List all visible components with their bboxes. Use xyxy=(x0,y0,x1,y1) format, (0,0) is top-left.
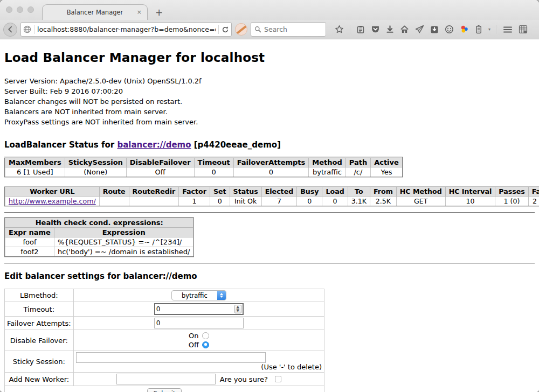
submit-button[interactable]: Submit xyxy=(147,388,182,392)
tab-balancer-manager[interactable]: Balancer Manager × xyxy=(42,4,148,20)
disable-failover-label: Disable Failover: xyxy=(5,330,74,351)
health-row: foof2 hc('body') =~ /domain is establish… xyxy=(5,247,194,257)
col-maxmembers: MaxMembers xyxy=(5,157,65,167)
chevron-down-icon[interactable]: ▾ xyxy=(488,27,490,32)
downloads-icon[interactable] xyxy=(386,25,394,33)
content-blocked-icon[interactable] xyxy=(235,23,247,36)
table-header-row: Worker URL Route RouteRedir Factor Set S… xyxy=(5,186,539,197)
toolbar-divider xyxy=(350,25,350,34)
edit-balancer-form: LBmethod: bytraffic Timeout: ▲▼ xyxy=(4,289,324,392)
col-hc-interval: HC Interval xyxy=(445,186,495,197)
toolbar-icons: ▾ xyxy=(335,25,528,34)
title-bar: Balancer Manager × + xyxy=(0,0,539,20)
section-divider xyxy=(4,263,535,264)
reading-list-icon[interactable] xyxy=(356,25,365,34)
container-battery-icon[interactable] xyxy=(475,25,482,34)
form-row-timeout: Timeout: ▲▼ xyxy=(5,302,324,317)
cell-maxmembers: 6 [1 Used] xyxy=(5,167,65,178)
search-input[interactable] xyxy=(264,25,318,33)
col-timeout: Timeout xyxy=(194,157,233,167)
radio-on[interactable] xyxy=(202,332,209,339)
inherit-note: Balancers are NOT inherited from main se… xyxy=(4,107,535,117)
timeout-field-wrap: ▲▼ xyxy=(154,303,244,315)
balancer-summary-table: MaxMembers StickySession DisableFailover… xyxy=(4,157,403,178)
cell-failoverattempts: 0 xyxy=(233,167,309,178)
form-row-disable-failover: Disable Failover: On Off xyxy=(5,330,324,351)
cell-status: Init Ok xyxy=(230,197,261,207)
cell-expr-name: foof xyxy=(5,237,54,247)
col-routeredir: RouteRedir xyxy=(129,186,179,197)
balancer-demo-link[interactable]: balancer://demo xyxy=(117,140,191,150)
balancer-status-heading: LoadBalancer Status for balancer://demo … xyxy=(4,140,535,150)
worker-url-link[interactable]: http://www.example.com/ xyxy=(9,197,96,205)
add-worker-input[interactable] xyxy=(116,374,216,384)
zoom-window-button[interactable] xyxy=(27,6,34,13)
pocket-icon[interactable] xyxy=(371,25,380,34)
timeout-input[interactable] xyxy=(156,305,234,313)
search-bar[interactable] xyxy=(251,22,326,37)
cell-stickysession: (None) xyxy=(65,167,126,178)
lbmethod-label: LBmethod: xyxy=(5,289,74,302)
close-tab-icon[interactable]: × xyxy=(137,9,142,15)
failover-attempts-input[interactable] xyxy=(154,318,244,328)
window-controls[interactable] xyxy=(6,6,34,13)
cell-path: /c/ xyxy=(345,167,370,178)
close-window-button[interactable] xyxy=(6,6,12,13)
form-row-submit: Submit xyxy=(5,386,324,392)
cell-expression: hc('body') =~ /domain is established/ xyxy=(54,247,194,257)
col-passes: Passes xyxy=(495,186,528,197)
url-bar[interactable]: localhost:8880/balancer-manager?b=demo&n… xyxy=(20,22,232,37)
urlbar-divider xyxy=(34,25,34,34)
col-disablefailover: DisableFailover xyxy=(126,157,194,167)
col-hc-method: HC Method xyxy=(396,186,445,197)
health-table-title: Health check cond. expressions: xyxy=(5,218,194,228)
site-identity-globe-icon[interactable] xyxy=(23,25,31,33)
new-tab-button[interactable]: + xyxy=(155,7,163,18)
col-method: Method xyxy=(309,157,345,167)
worker-table: Worker URL Route RouteRedir Factor Set S… xyxy=(4,186,539,207)
form-row-failover-attempts: Failover Attempts: xyxy=(5,317,324,330)
download-panel-icon[interactable] xyxy=(430,25,439,34)
cell-passes: 1 (0) xyxy=(495,197,528,207)
home-icon[interactable] xyxy=(400,25,409,34)
status-heading-prefix: LoadBalancer Status for xyxy=(4,140,117,150)
cell-factor: 1 xyxy=(179,197,210,207)
sticky-session-input[interactable] xyxy=(76,352,266,363)
cell-set: 0 xyxy=(210,197,230,207)
minimize-window-button[interactable] xyxy=(17,6,23,13)
url-text[interactable]: localhost:8880/balancer-manager?b=demo&n… xyxy=(37,25,216,33)
cell-route xyxy=(99,197,129,207)
section-divider xyxy=(4,212,535,213)
col-active: Active xyxy=(371,157,403,167)
reload-icon[interactable] xyxy=(222,26,229,33)
urlbar-divider xyxy=(218,25,219,34)
health-check-table: Health check cond. expressions: Expr nam… xyxy=(4,217,194,257)
back-button[interactable] xyxy=(3,23,17,37)
cell-expr-name: foof2 xyxy=(5,247,54,257)
are-you-sure-checkbox[interactable] xyxy=(275,376,281,382)
menu-hamburger-icon[interactable] xyxy=(503,26,513,33)
radio-on-label: On xyxy=(189,332,198,340)
status-heading-suffix: [p4420eeae_demo] xyxy=(191,140,281,150)
send-tab-icon[interactable] xyxy=(415,25,424,34)
radio-off-label: Off xyxy=(189,341,199,349)
bookmark-star-icon[interactable] xyxy=(335,25,344,34)
col-factor: Factor xyxy=(179,186,210,197)
worker-row: http://www.example.com/ 1 0 Init Ok 7 0 … xyxy=(5,197,539,207)
col-expr-name: Expr name xyxy=(5,228,54,237)
lbmethod-selected-value: bytraffic xyxy=(172,292,217,299)
col-route: Route xyxy=(99,186,129,197)
number-spinner-icon[interactable]: ▲▼ xyxy=(234,305,241,313)
radio-off[interactable] xyxy=(202,341,209,348)
search-icon xyxy=(254,26,261,33)
lbmethod-select[interactable]: bytraffic xyxy=(171,290,226,300)
screenshot-grid-icon[interactable] xyxy=(519,25,528,34)
col-from: From xyxy=(370,186,396,197)
form-row-add-worker: Add New Worker: Are you sure? xyxy=(5,373,324,386)
color-dots-extension-icon[interactable] xyxy=(460,25,469,34)
cell-routeredir xyxy=(129,197,179,207)
cell-busy: 0 xyxy=(297,197,322,207)
col-elected: Elected xyxy=(261,186,297,197)
col-set: Set xyxy=(210,186,230,197)
feedback-smiley-icon[interactable] xyxy=(445,25,454,34)
